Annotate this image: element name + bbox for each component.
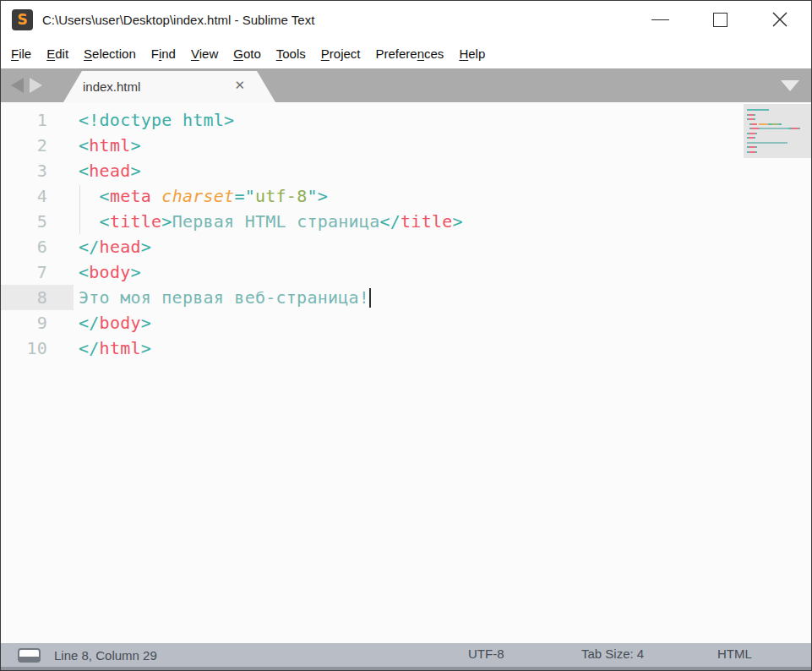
code-line[interactable]: <html> [79, 133, 463, 158]
line-number[interactable]: 7 [1, 259, 47, 285]
line-number[interactable]: 9 [1, 310, 47, 336]
tab-nav-left-icon[interactable] [11, 78, 24, 93]
line-number[interactable]: 1 [1, 107, 47, 133]
menu-item-selection[interactable]: Selection [76, 41, 144, 66]
line-number-gutter[interactable]: 12345678910 [1, 107, 47, 361]
status-bar: Line 8, Column 29 UTF-8 Tab Size: 4 HTML [1, 643, 811, 667]
menu-item-preferences[interactable]: Preferences [368, 41, 451, 66]
code-area[interactable]: <!doctype html><html><head> <meta charse… [79, 107, 463, 361]
code-line[interactable]: <head> [79, 158, 463, 183]
menu-item-goto[interactable]: Goto [226, 41, 269, 66]
tab-list-dropdown-icon[interactable] [781, 80, 799, 91]
maximize-icon [713, 13, 728, 27]
tab-index-html[interactable]: index.html ✕ [63, 71, 275, 102]
close-icon [771, 10, 789, 29]
line-number[interactable]: 8 [1, 285, 47, 310]
line-number[interactable]: 3 [1, 158, 47, 183]
sublime-logo-icon: S [12, 9, 33, 30]
minimize-icon [651, 19, 669, 20]
code-line[interactable]: <body> [79, 259, 463, 285]
encoding-status[interactable]: UTF-8 [468, 646, 504, 661]
line-number[interactable]: 5 [1, 209, 47, 234]
tab-bar: index.html ✕ [1, 68, 811, 102]
editor-pane[interactable]: 12345678910 <!doctype html><html><head> … [1, 102, 811, 643]
line-number[interactable]: 10 [1, 336, 47, 361]
code-line[interactable]: </head> [79, 234, 463, 259]
line-number[interactable]: 6 [1, 234, 47, 259]
menu-item-find[interactable]: Find [144, 41, 183, 66]
code-line[interactable]: Это моя первая веб-страница! [79, 285, 463, 310]
syntax-status[interactable]: HTML [717, 646, 752, 661]
menu-item-file[interactable]: File [3, 41, 39, 66]
text-cursor [369, 288, 371, 308]
show-panel-icon[interactable] [18, 648, 41, 663]
minimap[interactable] [744, 102, 811, 643]
menu-item-project[interactable]: Project [313, 41, 368, 66]
menu-item-edit[interactable]: Edit [39, 41, 76, 66]
menu-item-tools[interactable]: Tools [269, 41, 313, 66]
window-bottom-edge [1, 667, 811, 670]
sublime-text-window: S C:\Users\user\Desktop\index.html - Sub… [0, 0, 812, 671]
close-button[interactable] [770, 9, 790, 30]
tab-close-icon[interactable]: ✕ [234, 78, 245, 93]
menu-item-help[interactable]: Help [451, 41, 493, 66]
menu-item-view[interactable]: View [183, 41, 226, 66]
tab-nav-right-icon[interactable] [30, 78, 42, 93]
menu-bar: FileEditSelectionFindViewGotoToolsProjec… [1, 38, 811, 68]
code-line[interactable]: </body> [79, 310, 463, 336]
maximize-button[interactable] [710, 9, 730, 30]
title-bar: S C:\Users\user\Desktop\index.html - Sub… [1, 1, 811, 38]
tab-label: index.html [83, 79, 242, 94]
minimap-code [747, 109, 800, 155]
window-controls [650, 9, 811, 30]
tab-size-status[interactable]: Tab Size: 4 [581, 646, 644, 661]
cursor-position-status[interactable]: Line 8, Column 29 [54, 648, 157, 663]
code-line[interactable]: <meta charset="utf-8"> [79, 183, 463, 209]
window-title: C:\Users\user\Desktop\index.html - Subli… [42, 13, 650, 27]
line-number[interactable]: 2 [1, 133, 47, 158]
code-line[interactable]: <title>Первая HTML страница</title> [79, 209, 463, 234]
minimize-button[interactable] [650, 9, 670, 30]
code-line[interactable]: </html> [79, 336, 463, 361]
line-number[interactable]: 4 [1, 183, 47, 209]
code-line[interactable]: <!doctype html> [79, 107, 463, 133]
